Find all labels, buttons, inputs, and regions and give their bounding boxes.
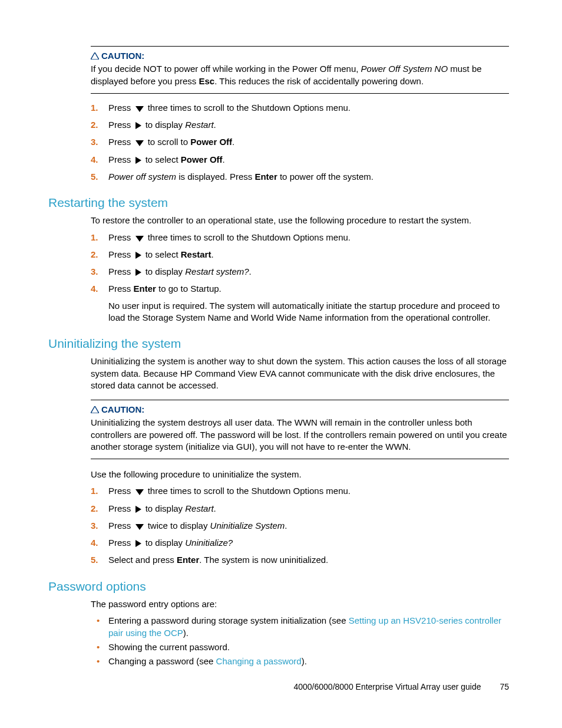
bullet-text: Changing a password (see: [108, 656, 216, 666]
caution-header: CAUTION:: [91, 404, 509, 416]
caution-block-1: CAUTION: If you decide NOT to power off …: [91, 46, 509, 183]
step-text: Press: [108, 538, 134, 548]
step-bold: Enter: [134, 284, 156, 294]
step-number: 4.: [91, 283, 108, 295]
pwd-intro: The password entry options are:: [91, 598, 509, 610]
step-content: Press to select Restart.: [108, 249, 509, 262]
caution-body: Uninitializing the system destroys all u…: [91, 417, 509, 453]
step-bold: Power Off: [190, 137, 232, 147]
step-text: .: [249, 266, 252, 276]
section-heading-uninit: Uninitializing the system: [48, 335, 509, 352]
steps-list-1: 1.Press three times to scroll to the Shu…: [91, 102, 509, 183]
step-number: 4.: [91, 154, 108, 166]
step-content: Press to display Restart.: [108, 503, 509, 516]
step-text: to scroll to: [148, 137, 191, 147]
step-item: 5.Select and press Enter. The system is …: [91, 554, 509, 566]
step-text: to display: [146, 120, 186, 130]
arrow-down-icon: [135, 487, 144, 499]
step-number: 5.: [91, 171, 108, 183]
list-item: Changing a password (see Changing a pass…: [91, 655, 509, 667]
step-item: 1.Press three times to scroll to the Shu…: [91, 485, 509, 499]
step-text: to display: [146, 538, 186, 548]
link[interactable]: Changing a password: [216, 656, 302, 666]
restart-note: No user input is required. The system wi…: [108, 300, 509, 324]
arrow-right-icon: [135, 505, 142, 516]
caution-box: CAUTION: Uninitializing the system destr…: [91, 400, 509, 459]
step-item: 3.Press to scroll to Power Off.: [91, 136, 509, 150]
step-text: Press: [108, 249, 134, 259]
caution-label: CAUTION:: [101, 51, 144, 61]
step-content: Press to display Uninitialize?: [108, 537, 509, 551]
step-em: Restart: [185, 503, 213, 513]
step-text: three times to scroll to the Shutdown Op…: [148, 232, 351, 242]
step-text: Press: [108, 120, 134, 130]
caution-label: CAUTION:: [101, 404, 144, 414]
step-content: Select and press Enter. The system is no…: [108, 554, 509, 566]
step-item: 2.Press to display Restart.: [91, 503, 509, 516]
page-footer: 4000/6000/8000 Enterprise Virtual Array …: [293, 681, 509, 693]
arrow-down-icon: [135, 138, 144, 150]
section-restart-body: To restore the controller to an operatio…: [91, 215, 509, 324]
step-content: Press three times to scroll to the Shutd…: [108, 232, 509, 245]
step-text: Select: [108, 555, 135, 565]
step-text: Press: [108, 521, 134, 531]
footer-title: 4000/6000/8000 Enterprise Virtual Array …: [293, 682, 481, 691]
step-number: 2.: [91, 503, 108, 515]
step-number: 2.: [91, 119, 108, 131]
step-text: Press: [108, 486, 134, 496]
step-text: .: [214, 503, 216, 513]
caution-em: Power Off System NO: [361, 64, 448, 74]
step-bold: Enter: [177, 555, 199, 565]
step-bold: Restart: [181, 249, 211, 259]
document-page: CAUTION: If you decide NOT to power off …: [0, 0, 562, 728]
step-text: to display: [146, 266, 186, 276]
uninit-intro: Uninitializing the system is another way…: [91, 355, 509, 391]
step-em: Restart: [185, 120, 213, 130]
step-content: Press Enter to go to Startup.: [108, 283, 509, 295]
step-text: Press: [108, 266, 134, 276]
step-text: to select: [146, 154, 181, 164]
section-uninit-body: Uninitializing the system is another way…: [91, 355, 509, 566]
step-text: twice to display: [148, 521, 210, 531]
steps-list-restart: 1.Press three times to scroll to the Shu…: [91, 232, 509, 295]
step-text: and press: [135, 555, 177, 565]
step-item: 4.Press Enter to go to Startup.: [91, 283, 509, 295]
step-number: 2.: [91, 249, 108, 261]
steps-list-uninit: 1.Press three times to scroll to the Shu…: [91, 485, 509, 566]
step-text: . The system is now uninitialized.: [199, 555, 328, 565]
step-item: 1.Press three times to scroll to the Shu…: [91, 102, 509, 116]
caution-box: CAUTION: If you decide NOT to power off …: [91, 46, 509, 94]
arrow-right-icon: [135, 539, 142, 551]
step-number: 3.: [91, 136, 108, 148]
list-item: Entering a password during storage syste…: [91, 615, 509, 639]
caution-icon: [91, 52, 99, 60]
step-text: to select: [146, 249, 181, 259]
arrow-right-icon: [135, 121, 142, 133]
step-text: three times to scroll to the Shutdown Op…: [148, 103, 351, 113]
step-text: .: [285, 521, 287, 531]
step-content: Press to display Restart system?.: [108, 266, 509, 279]
section-heading-restart: Restarting the system: [48, 195, 509, 211]
bullet-text: ).: [302, 656, 307, 666]
step-text: Press: [108, 503, 134, 513]
caution-header: CAUTION:: [91, 50, 509, 62]
arrow-down-icon: [135, 104, 144, 116]
step-number: 5.: [91, 554, 108, 566]
step-item: 3.Press twice to display Uninitialize Sy…: [91, 520, 509, 533]
caution-text: . This reduces the risk of accidentally …: [214, 76, 424, 86]
step-content: Press to select Power Off.: [108, 154, 509, 167]
step-text: Press: [108, 232, 134, 242]
arrow-down-icon: [135, 233, 144, 245]
caution-body: If you decide NOT to power off while wor…: [91, 63, 509, 87]
arrow-right-icon: [135, 251, 142, 262]
step-text: .: [214, 120, 216, 130]
step-item: 4.Press to select Power Off.: [91, 154, 509, 167]
step-number: 3.: [91, 266, 108, 278]
step-number: 3.: [91, 520, 108, 532]
step-number: 1.: [91, 232, 108, 243]
uninit-intro2: Use the following procedure to uninitial…: [91, 469, 509, 480]
page-number: 75: [500, 682, 509, 691]
step-item: 4.Press to display Uninitialize?: [91, 537, 509, 551]
list-item: Showing the current password.: [91, 641, 509, 653]
step-text: to display: [146, 503, 186, 513]
